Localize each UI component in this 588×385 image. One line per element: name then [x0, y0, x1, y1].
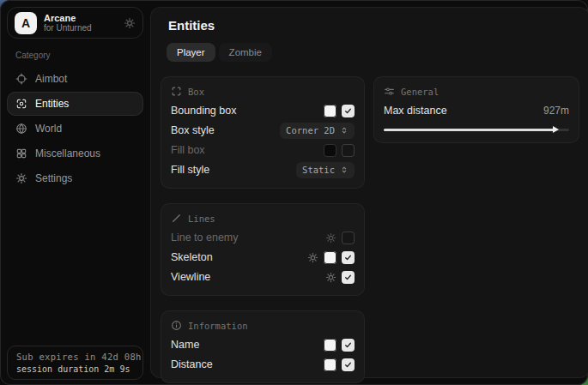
sidebar-item-world[interactable]: World — [7, 117, 143, 141]
sidebar-item-label: Settings — [35, 172, 72, 184]
viewline-label: Viewline — [171, 271, 210, 283]
box-card-header: Box — [171, 86, 355, 97]
scan-icon — [15, 98, 27, 110]
box-style-row: Box style Corner 2D — [171, 121, 355, 140]
grid-icon — [15, 147, 27, 159]
box-corners-icon — [171, 86, 182, 97]
gear-icon[interactable] — [325, 272, 336, 283]
session-duration-text: session duration 2m 9s — [16, 364, 134, 374]
max-distance-slider[interactable] — [384, 126, 569, 134]
distance-checkbox[interactable] — [342, 358, 355, 371]
brand-text: Arcane for Unturned — [44, 13, 92, 33]
fill-style-value: Static — [302, 165, 335, 175]
skeleton-label: Skeleton — [171, 251, 213, 263]
tab-player[interactable]: Player — [167, 43, 215, 62]
bounding-box-row: Bounding box — [171, 101, 355, 120]
name-color-swatch[interactable] — [324, 339, 336, 352]
gear-icon[interactable] — [325, 232, 336, 244]
lines-card-title: Lines — [188, 214, 215, 224]
diagonal-line-icon — [171, 213, 182, 224]
general-card-title: General — [401, 87, 439, 97]
bounding-box-color-swatch[interactable] — [324, 105, 336, 117]
name-label: Name — [171, 339, 199, 351]
info-icon — [171, 320, 182, 331]
information-card: Information Name Distance — [161, 310, 365, 383]
subscription-card: Sub expires in 42d 08h session duration … — [7, 346, 143, 380]
check-icon — [344, 341, 352, 349]
general-card: General Max distance 927m — [373, 76, 579, 143]
main-panel: Entities Player Zombie Box Bounding box — [150, 7, 588, 378]
fill-box-row: Fill box — [171, 141, 355, 159]
brand-subtitle: for Unturned — [44, 23, 92, 33]
brand-logo: A — [15, 12, 37, 34]
sidebar: A Arcane for Unturned Category Aimbot En… — [0, 0, 150, 385]
general-card-header: General — [384, 86, 569, 97]
check-icon — [344, 361, 352, 369]
box-card-title: Box — [188, 87, 204, 97]
check-icon — [344, 274, 352, 281]
unfold-icon — [340, 126, 349, 135]
line-to-enemy-checkbox[interactable] — [342, 232, 355, 244]
distance-row: Distance — [171, 355, 355, 374]
globe-icon — [15, 123, 27, 135]
line-to-enemy-row: Line to enemy — [171, 228, 355, 247]
fill-box-checkbox[interactable] — [342, 144, 355, 157]
tab-zombie[interactable]: Zombie — [219, 43, 272, 62]
page-title: Entities — [168, 18, 579, 33]
brand-card: A Arcane for Unturned — [7, 7, 143, 39]
distance-color-swatch[interactable] — [324, 358, 336, 371]
category-label: Category — [15, 51, 135, 60]
fill-style-label: Fill style — [171, 164, 209, 176]
unfold-icon — [340, 165, 349, 174]
crosshair-icon — [15, 73, 27, 85]
gear-icon[interactable] — [124, 17, 136, 29]
information-card-header: Information — [171, 320, 355, 331]
sidebar-item-miscellaneous[interactable]: Miscellaneous — [7, 141, 143, 165]
gear-icon — [15, 172, 27, 184]
lines-card-header: Lines — [171, 213, 355, 224]
box-style-dropdown[interactable]: Corner 2D — [280, 123, 355, 139]
check-icon — [344, 107, 352, 115]
sliders-icon — [384, 86, 395, 97]
max-distance-row: Max distance 927m — [384, 101, 569, 120]
name-checkbox[interactable] — [342, 339, 355, 352]
fill-box-label: Fill box — [171, 144, 205, 156]
content: Box Bounding box Box style Corner 2D — [161, 76, 579, 383]
max-distance-value: 927m — [543, 105, 569, 117]
max-distance-label: Max distance — [384, 105, 447, 117]
lines-card: Lines Line to enemy Skeleton — [161, 203, 365, 296]
skeleton-color-swatch[interactable] — [324, 251, 336, 264]
left-column: Box Bounding box Box style Corner 2D — [161, 76, 365, 383]
box-card: Box Bounding box Box style Corner 2D — [161, 76, 365, 189]
information-card-title: Information — [188, 321, 248, 331]
name-row: Name — [171, 335, 355, 354]
viewline-checkbox[interactable] — [342, 271, 355, 284]
bounding-box-checkbox[interactable] — [342, 105, 355, 117]
sidebar-item-settings[interactable]: Settings — [7, 166, 143, 190]
max-distance-slider-fill — [384, 129, 555, 131]
sidebar-item-label: Aimbot — [35, 73, 67, 85]
sidebar-item-label: Entities — [35, 98, 69, 110]
sidebar-item-aimbot[interactable]: Aimbot — [7, 67, 143, 91]
check-icon — [344, 254, 352, 262]
box-style-label: Box style — [171, 124, 215, 136]
sub-expiry-text: Sub expires in 42d 08h — [16, 352, 134, 362]
app-window: A Arcane for Unturned Category Aimbot En… — [0, 0, 588, 385]
tab-bar: Player Zombie — [167, 43, 579, 62]
brand-name: Arcane — [44, 13, 92, 23]
skeleton-checkbox[interactable] — [342, 251, 355, 264]
sidebar-item-label: World — [35, 123, 62, 135]
box-style-value: Corner 2D — [286, 125, 335, 135]
fill-box-color-swatch[interactable] — [324, 144, 336, 157]
right-column: General Max distance 927m — [373, 76, 579, 143]
sidebar-item-entities[interactable]: Entities — [7, 92, 143, 116]
fill-style-dropdown[interactable]: Static — [296, 162, 355, 178]
bounding-box-label: Bounding box — [171, 105, 236, 117]
gear-icon[interactable] — [307, 252, 318, 263]
line-to-enemy-label: Line to enemy — [171, 232, 239, 244]
viewline-row: Viewline — [171, 268, 355, 286]
sidebar-item-label: Miscellaneous — [35, 147, 100, 159]
distance-label: Distance — [171, 358, 213, 370]
fill-style-row: Fill style Static — [171, 160, 355, 179]
slider-thumb[interactable] — [553, 126, 559, 133]
